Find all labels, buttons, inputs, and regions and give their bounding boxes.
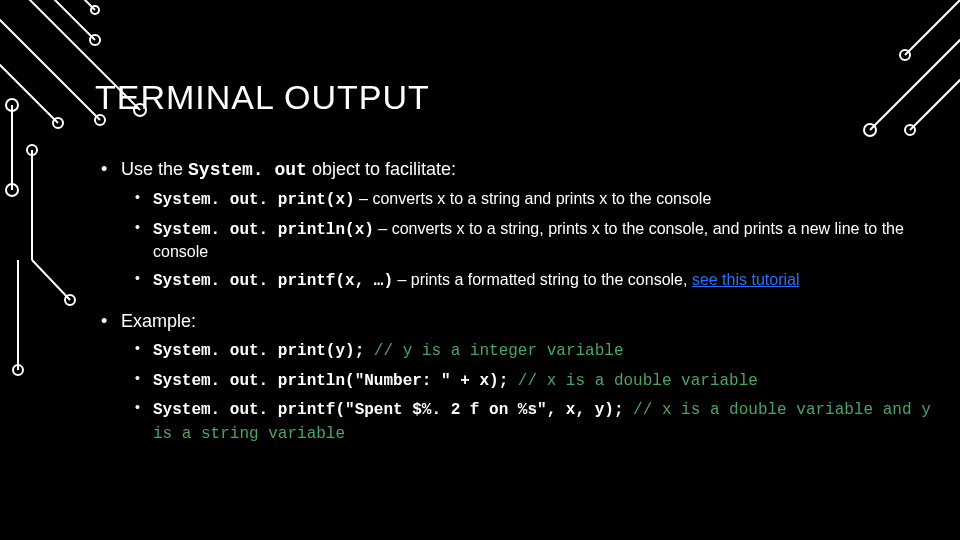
svg-point-24 (900, 50, 910, 60)
svg-point-15 (27, 145, 37, 155)
slide-title: TERMINAL OUTPUT (95, 78, 940, 117)
sub-bullet-list: System. out. print(x) – converts x to a … (121, 188, 940, 292)
bullet-use-systemout: Use the System. out object to facilitate… (95, 157, 940, 293)
svg-point-8 (90, 35, 100, 45)
bullet-list: Use the System. out object to facilitate… (95, 157, 940, 445)
example-item: System. out. printf("Spent $%. 2 f on %s… (121, 398, 940, 445)
lead-text-post: object to facilitate: (307, 159, 456, 179)
sub-bullet-println: System. out. println(x) – converts x to … (121, 218, 940, 263)
svg-line-23 (905, 0, 960, 55)
code-snippet: System. out. println("Number: " + x); (153, 372, 518, 390)
example-list: System. out. print(y); // y is a integer… (121, 339, 940, 445)
code-snippet: System. out. printf(x, …) (153, 272, 393, 290)
svg-point-11 (6, 99, 18, 111)
svg-point-9 (91, 6, 99, 14)
svg-line-4 (75, 0, 95, 10)
bullet-example: Example: System. out. print(y); // y is … (95, 309, 940, 446)
svg-point-12 (6, 184, 18, 196)
example-item: System. out. print(y); // y is a integer… (121, 339, 940, 363)
svg-line-2 (0, 55, 58, 123)
svg-point-7 (53, 118, 63, 128)
code-snippet: System. out. println(x) (153, 221, 374, 239)
svg-line-3 (45, 0, 95, 40)
svg-line-1 (0, 10, 100, 120)
svg-line-14 (32, 260, 70, 300)
example-lead: Example: (121, 311, 196, 331)
lead-code: System. out (188, 160, 307, 180)
code-snippet: System. out. printf("Spent $%. 2 f on %s… (153, 401, 633, 419)
slide-content: TERMINAL OUTPUT Use the System. out obje… (95, 78, 940, 461)
sub-bullet-printf: System. out. printf(x, …) – prints a for… (121, 269, 940, 293)
tutorial-link[interactable]: see this tutorial (692, 271, 800, 288)
desc-text: – converts x to a string and prints x to… (355, 190, 712, 207)
sub-bullet-print: System. out. print(x) – converts x to a … (121, 188, 940, 212)
code-comment: // y is a integer variable (374, 342, 624, 360)
code-snippet: System. out. print(x) (153, 191, 355, 209)
desc-text: – prints a formatted string to the conso… (393, 271, 692, 288)
code-snippet: System. out. print(y); (153, 342, 374, 360)
lead-text-pre: Use the (121, 159, 188, 179)
example-item: System. out. println("Number: " + x); //… (121, 369, 940, 393)
svg-point-18 (13, 365, 23, 375)
code-comment: // x is a double variable (518, 372, 758, 390)
svg-point-16 (65, 295, 75, 305)
